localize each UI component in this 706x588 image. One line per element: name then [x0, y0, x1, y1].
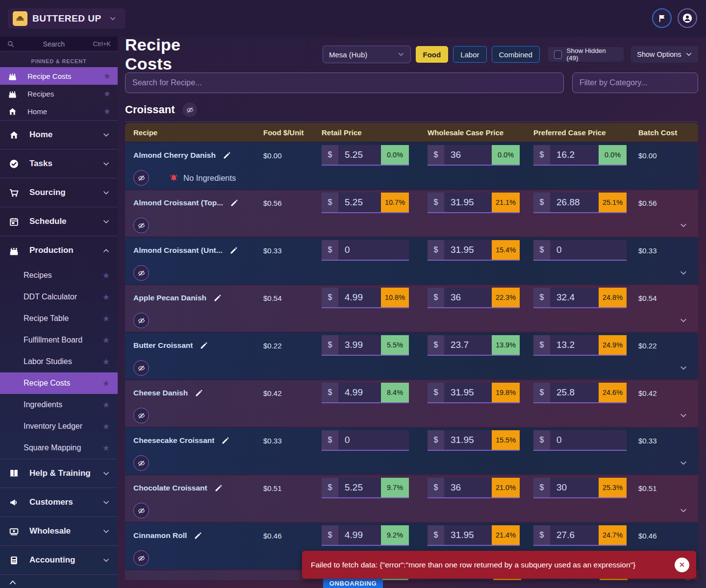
wholesale-price-input[interactable]: $ 31.95 21.1% — [428, 193, 520, 213]
retail-price-input[interactable]: $ 0 — [322, 240, 409, 261]
hide-section-button[interactable] — [182, 102, 197, 117]
recipe-name[interactable]: Apple Pecan Danish — [133, 294, 206, 302]
expand-row-chevron[interactable] — [680, 459, 687, 467]
preferred-price-input[interactable]: $ 30 25.3% — [533, 478, 627, 498]
sidebar-item-inventory-ledger[interactable]: Inventory Ledger ★ — [0, 416, 118, 437]
sidebar-item-square-mapping[interactable]: Square Mapping ★ — [0, 437, 118, 459]
mode-button-labor[interactable]: Labor — [453, 46, 486, 63]
wholesale-price-input[interactable]: $ 36 21.0% — [428, 478, 520, 498]
retail-price-input[interactable]: $ 3.99 5.5% — [322, 335, 409, 356]
preferred-price-input[interactable]: $ 32.4 24.8% — [533, 288, 627, 308]
star-icon[interactable]: ★ — [102, 357, 110, 367]
recipe-name[interactable]: Cheese Danish — [133, 389, 188, 397]
sidebar-item-home[interactable]: Home ★ — [0, 102, 118, 120]
recipe-name[interactable]: Chocolate Croissant — [133, 484, 207, 492]
nav-section-help-training[interactable]: Help & Training — [0, 459, 118, 488]
hide-recipe-button[interactable] — [133, 550, 149, 566]
expand-row-chevron[interactable] — [680, 364, 687, 372]
sidebar-item-recipes[interactable]: Recipes ★ — [0, 265, 118, 286]
expand-row-chevron[interactable] — [680, 412, 687, 419]
edit-pencil-icon[interactable] — [230, 199, 238, 207]
mode-button-combined[interactable]: Combined — [492, 46, 540, 63]
recipe-search-input[interactable]: Search for Recipe... — [125, 73, 564, 93]
star-icon[interactable]: ★ — [102, 314, 110, 324]
preferred-price-input[interactable]: $ 26.88 25.1% — [533, 193, 627, 213]
sidebar-item-fulfillment-board[interactable]: Fulfillment Board ★ — [0, 329, 118, 351]
wholesale-price-input[interactable]: $ 31.95 15.5% — [428, 430, 520, 451]
retail-price-input[interactable]: $ 4.99 8.4% — [322, 383, 409, 403]
location-select[interactable]: Mesa (Hub) — [323, 46, 411, 63]
hide-recipe-button[interactable] — [133, 313, 149, 328]
wholesale-price-input[interactable]: $ 31.95 15.4% — [428, 240, 520, 261]
sidebar-item-recipe-table[interactable]: Recipe Table ★ — [0, 308, 118, 329]
sidebar-item-recipe-costs[interactable]: Recipe Costs ★ — [0, 67, 118, 85]
sidebar-item-labor-studies[interactable]: Labor Studies ★ — [0, 351, 118, 372]
recipe-name[interactable]: Cheesecake Croissant — [133, 436, 214, 445]
star-icon[interactable]: ★ — [102, 378, 110, 389]
hide-recipe-button[interactable] — [133, 408, 149, 423]
feedback-flag-button[interactable] — [652, 8, 672, 28]
expand-row-chevron[interactable] — [680, 269, 687, 277]
hide-recipe-button[interactable] — [133, 170, 149, 186]
wholesale-price-input[interactable]: $ 31.95 21.4% — [428, 525, 520, 546]
sidebar-search[interactable]: Search Ctrl+K — [0, 37, 118, 51]
edit-pencil-icon[interactable] — [194, 532, 202, 540]
retail-price-input[interactable]: $ 5.25 9.7% — [322, 478, 409, 498]
nav-section-accounting[interactable]: Accounting — [0, 546, 118, 574]
recipe-name[interactable]: Almond Croissant (Top... — [133, 198, 223, 207]
star-icon[interactable]: ★ — [102, 335, 110, 345]
star-icon[interactable]: ★ — [102, 292, 110, 302]
preferred-price-input[interactable]: $ 27.6 24.7% — [533, 525, 627, 546]
retail-price-input[interactable]: $ 5.25 0.0% — [322, 145, 409, 166]
star-icon[interactable]: ★ — [102, 400, 110, 410]
star-icon[interactable]: ★ — [103, 106, 111, 117]
category-filter-input[interactable]: Filter by Category... — [572, 73, 698, 93]
preferred-price-input[interactable]: $ 0 — [533, 240, 627, 261]
hide-recipe-button[interactable] — [133, 455, 149, 471]
recipe-name[interactable]: Almond Cherry Danish — [133, 151, 216, 160]
nav-section-customers[interactable]: Customers — [0, 488, 118, 516]
edit-pencil-icon[interactable] — [223, 151, 231, 160]
wholesale-price-input[interactable]: $ 36 0.0% — [428, 145, 520, 166]
star-icon[interactable]: ★ — [102, 421, 110, 432]
preferred-price-input[interactable]: $ 16.2 0.0% — [533, 145, 627, 166]
mode-button-food[interactable]: Food — [416, 46, 449, 63]
retail-price-input[interactable]: $ 0 — [322, 430, 409, 451]
nav-section-home[interactable]: Home — [0, 121, 118, 149]
expand-row-chevron[interactable] — [680, 507, 687, 514]
nav-section-wholesale[interactable]: Wholesale — [0, 517, 118, 545]
sidebar-item-ingredients[interactable]: Ingredients ★ — [0, 394, 118, 416]
brand-switcher[interactable]: BUTTERED UP — [8, 8, 126, 29]
show-hidden-toggle[interactable]: Show Hidden (49) — [548, 47, 624, 62]
star-icon[interactable]: ★ — [103, 71, 111, 81]
edit-pencil-icon[interactable] — [200, 342, 208, 350]
account-button[interactable] — [678, 8, 697, 28]
hide-recipe-button[interactable] — [133, 503, 149, 518]
nav-section-tasks[interactable]: Tasks — [0, 149, 118, 178]
nav-section-schedule[interactable]: Schedule — [0, 207, 118, 236]
expand-row-chevron[interactable] — [680, 317, 687, 324]
star-icon[interactable]: ★ — [102, 270, 110, 281]
wholesale-price-input[interactable]: $ 31.95 19.8% — [428, 383, 520, 403]
hide-recipe-button[interactable] — [133, 265, 149, 281]
nav-section-production[interactable]: Production — [0, 236, 118, 265]
sidebar-item-ddt-calculator[interactable]: DDT Calculator ★ — [0, 286, 118, 308]
star-icon[interactable]: ★ — [102, 443, 110, 453]
nav-section-sourcing[interactable]: Sourcing — [0, 178, 118, 207]
recipe-name[interactable]: Cinnamon Roll — [133, 531, 187, 540]
preferred-price-input[interactable]: $ 25.8 24.6% — [533, 383, 627, 403]
retail-price-input[interactable]: $ 4.99 9.2% — [322, 525, 409, 546]
retail-price-input[interactable]: $ 5.25 10.7% — [322, 193, 409, 213]
preferred-price-input[interactable]: $ 13.2 24.9% — [533, 335, 627, 356]
edit-pencil-icon[interactable] — [213, 294, 222, 302]
onboarding-button[interactable]: ONBOARDING — [323, 578, 383, 588]
expand-row-chevron[interactable] — [680, 221, 687, 229]
edit-pencil-icon[interactable] — [214, 484, 223, 492]
recipe-name[interactable]: Butter Croissant — [133, 341, 193, 350]
retail-price-input[interactable]: $ 4.99 10.8% — [322, 288, 409, 308]
edit-pencil-icon[interactable] — [229, 246, 238, 255]
wholesale-price-input[interactable]: $ 36 22.3% — [428, 288, 520, 308]
sidebar-item-recipes[interactable]: Recipes ★ — [0, 85, 118, 102]
preferred-price-input[interactable]: $ 0 — [533, 430, 627, 451]
star-icon[interactable]: ★ — [103, 89, 111, 99]
